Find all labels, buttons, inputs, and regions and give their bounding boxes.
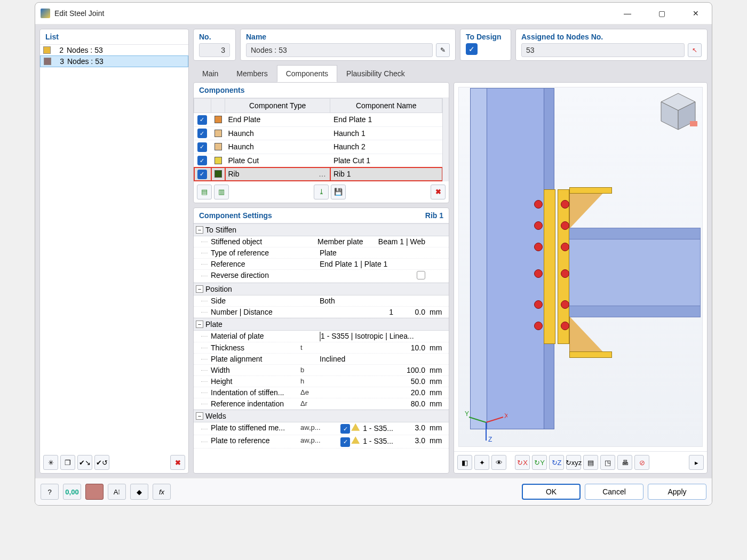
- insert-below-button[interactable]: ▥: [214, 185, 229, 199]
- property-row[interactable]: Reference indentation Δr 80.0 mm: [194, 398, 449, 410]
- insert-above-button[interactable]: ▤: [197, 185, 212, 199]
- view-x-button[interactable]: ↻X: [515, 455, 530, 470]
- show-loads-button[interactable]: 👁: [491, 455, 506, 470]
- component-checkbox[interactable]: ✓: [197, 142, 207, 152]
- units-button[interactable]: 0,00: [63, 484, 81, 500]
- list-item[interactable]: 2 Nodes : 53: [40, 45, 188, 55]
- collapse-icon[interactable]: −: [196, 285, 203, 293]
- property-row[interactable]: Plate to reference aw,p... ✓ 1 - S35... …: [194, 435, 449, 449]
- property-row[interactable]: Thickness t 10.0 mm: [194, 342, 449, 354]
- property-value[interactable]: 10.0: [317, 343, 427, 352]
- property-value[interactable]: ✓ 1 - S35...: [317, 436, 395, 447]
- property-value[interactable]: Member plateBeam 1 | Web: [317, 237, 427, 246]
- import-button[interactable]: ⤓: [314, 185, 329, 199]
- delete-component-button[interactable]: ✖: [431, 185, 446, 199]
- property-value[interactable]: 1 - S355 | Isotropic | Linea...: [317, 332, 427, 341]
- to-design-checkbox[interactable]: ✓: [466, 43, 478, 55]
- isometric-view-button[interactable]: ◧: [457, 455, 472, 470]
- settings-group[interactable]: −To Stiffen: [194, 223, 449, 236]
- property-row[interactable]: Stiffened object Member plateBeam 1 | We…: [194, 236, 449, 247]
- uncheck-all-button[interactable]: ✔↺: [94, 455, 109, 470]
- property-row[interactable]: Indentation of stiffen... Δe 20.0 mm: [194, 387, 449, 398]
- component-row[interactable]: ✓ End Plate End Plate 1: [194, 113, 442, 127]
- property-checkbox[interactable]: [417, 271, 425, 279]
- component-checkbox[interactable]: ✓: [197, 156, 207, 165]
- settings-panel: Component Settings Rib 1 −To StiffenStif…: [193, 207, 449, 474]
- component-color-swatch: [214, 143, 222, 150]
- component-checkbox[interactable]: ✓: [197, 129, 207, 138]
- property-row[interactable]: Material of plate 1 - S355 | Isotropic |…: [194, 331, 449, 342]
- minimize-button[interactable]: —: [617, 6, 638, 21]
- property-value[interactable]: End Plate 1 | Plate 1: [317, 260, 427, 268]
- component-checkbox[interactable]: ✓: [197, 170, 207, 179]
- view-xyz-button[interactable]: ↻xyz: [566, 455, 581, 470]
- property-value[interactable]: Plate: [317, 249, 427, 257]
- save-template-button[interactable]: 💾: [331, 185, 346, 199]
- print-button[interactable]: 🖶: [617, 455, 632, 470]
- component-row[interactable]: ✓ Haunch Haunch 2: [194, 140, 442, 154]
- assigned-nodes-input[interactable]: 53: [521, 43, 685, 57]
- tab-main[interactable]: Main: [193, 65, 227, 82]
- property-value[interactable]: 100.0: [317, 366, 427, 374]
- new-item-button[interactable]: ✳: [43, 455, 58, 470]
- check-all-button[interactable]: ✔↘: [77, 455, 92, 470]
- property-value[interactable]: ✓ 1 - S35...: [317, 423, 395, 434]
- property-row[interactable]: Plate to stiffened me... aw,p... ✓ 1 - S…: [194, 422, 449, 436]
- components-scrollbar[interactable]: [442, 98, 449, 181]
- ok-button[interactable]: OK: [522, 484, 581, 500]
- cancel-button[interactable]: Cancel: [585, 484, 643, 500]
- name-edit-button[interactable]: ✎: [436, 43, 450, 57]
- property-value[interactable]: 20.0: [317, 388, 427, 397]
- viewer-3d[interactable]: X Y Z: [454, 83, 707, 451]
- fx-button[interactable]: fx: [153, 484, 171, 500]
- expand-viewer-button[interactable]: ▸: [689, 455, 704, 470]
- nav-cube[interactable]: [657, 90, 700, 133]
- apply-button[interactable]: Apply: [648, 484, 706, 500]
- tab-plausibility-check[interactable]: Plausibility Check: [337, 65, 414, 82]
- component-row[interactable]: ✓ Haunch Haunch 1: [194, 126, 442, 140]
- axes-button[interactable]: ✦: [474, 455, 489, 470]
- property-row[interactable]: Reverse direction: [194, 270, 449, 283]
- layers-button[interactable]: ▤: [583, 455, 598, 470]
- property-row[interactable]: Side Both: [194, 295, 449, 307]
- tab-components[interactable]: Components: [277, 65, 337, 82]
- property-row[interactable]: Reference End Plate 1 | Plate 1: [194, 259, 449, 270]
- settings-group[interactable]: −Plate: [194, 318, 449, 331]
- view-z-button[interactable]: ↻Z: [549, 455, 564, 470]
- property-row[interactable]: Plate alignment Inclined: [194, 354, 449, 365]
- view-mode-button[interactable]: ◆: [130, 484, 148, 500]
- property-row[interactable]: Number | Distance 1 0.0 mm: [194, 307, 449, 318]
- component-row[interactable]: ✓ Rib… Rib 1: [194, 167, 442, 181]
- pick-nodes-button[interactable]: ↖: [688, 43, 702, 57]
- no-input[interactable]: 3: [199, 43, 230, 57]
- property-value[interactable]: 1: [317, 308, 395, 316]
- close-button[interactable]: ✕: [685, 6, 706, 21]
- font-button[interactable]: A⁝: [108, 484, 126, 500]
- collapse-icon[interactable]: −: [196, 226, 203, 234]
- view-y-button[interactable]: ↻Y: [532, 455, 547, 470]
- tab-members[interactable]: Members: [227, 65, 276, 82]
- reset-zoom-button[interactable]: ⊘: [634, 455, 649, 470]
- color-button[interactable]: [85, 484, 104, 500]
- property-row[interactable]: Type of reference Plate: [194, 247, 449, 259]
- maximize-button[interactable]: ▢: [651, 6, 672, 21]
- settings-group[interactable]: −Position: [194, 283, 449, 295]
- delete-item-button[interactable]: ✖: [170, 455, 185, 470]
- collapse-icon[interactable]: −: [196, 321, 203, 328]
- collapse-icon[interactable]: −: [196, 412, 203, 420]
- property-value[interactable]: 50.0: [317, 377, 427, 386]
- property-value[interactable]: Inclined: [317, 355, 427, 363]
- property-value[interactable]: 80.0: [317, 399, 427, 408]
- property-row[interactable]: Height h 50.0 mm: [194, 376, 449, 387]
- copy-item-button[interactable]: ❐: [60, 455, 75, 470]
- component-checkbox[interactable]: ✓: [197, 115, 207, 125]
- list-item[interactable]: 3 Nodes : 53: [40, 55, 188, 67]
- settings-group[interactable]: −Welds: [194, 410, 449, 422]
- property-value[interactable]: [317, 271, 427, 281]
- name-input[interactable]: Nodes : 53: [246, 43, 433, 57]
- help-button[interactable]: ?: [41, 484, 59, 500]
- property-value[interactable]: Both: [317, 297, 427, 305]
- render-mode-button[interactable]: ◳: [600, 455, 615, 470]
- component-row[interactable]: ✓ Plate Cut Plate Cut 1: [194, 154, 442, 167]
- property-row[interactable]: Width b 100.0 mm: [194, 365, 449, 376]
